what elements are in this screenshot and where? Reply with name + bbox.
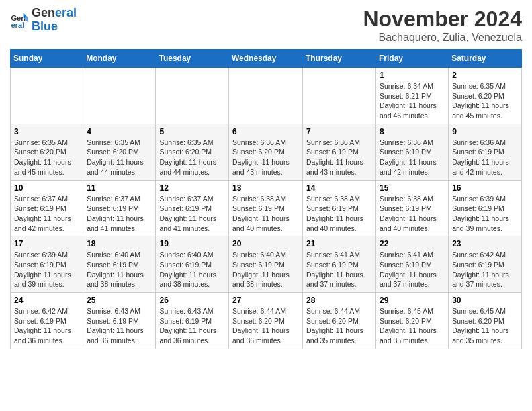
calendar-table: SundayMondayTuesdayWednesdayThursdayFrid… — [10, 49, 522, 349]
calendar-day-cell: 12Sunrise: 6:37 AM Sunset: 6:19 PM Dayli… — [156, 180, 229, 236]
day-info: Sunrise: 6:40 AM Sunset: 6:19 PM Dayligh… — [159, 250, 225, 289]
day-number: 11 — [87, 183, 152, 193]
day-info: Sunrise: 6:38 AM Sunset: 6:19 PM Dayligh… — [232, 194, 299, 234]
calendar-day-cell: 14Sunrise: 6:38 AM Sunset: 6:19 PM Dayli… — [303, 180, 376, 236]
calendar-day-cell: 29Sunrise: 6:45 AM Sunset: 6:20 PM Dayli… — [376, 293, 449, 349]
calendar-day-cell: 19Sunrise: 6:40 AM Sunset: 6:19 PM Dayli… — [156, 236, 229, 293]
day-number: 18 — [87, 239, 152, 248]
svg-text:eral: eral — [11, 21, 24, 29]
day-number: 27 — [232, 295, 299, 305]
day-info: Sunrise: 6:36 AM Sunset: 6:19 PM Dayligh… — [380, 138, 445, 177]
day-of-week-header: Wednesday — [229, 50, 303, 68]
day-number: 16 — [452, 183, 518, 193]
day-number: 21 — [306, 239, 372, 248]
day-info: Sunrise: 6:35 AM Sunset: 6:20 PM Dayligh… — [159, 138, 225, 177]
day-number: 6 — [232, 127, 299, 136]
calendar-day-cell: 16Sunrise: 6:39 AM Sunset: 6:19 PM Dayli… — [449, 180, 522, 236]
calendar-week-row: 3Sunrise: 6:35 AM Sunset: 6:20 PM Daylig… — [11, 124, 522, 180]
calendar-week-row: 1Sunrise: 6:34 AM Sunset: 6:21 PM Daylig… — [11, 68, 522, 124]
day-info: Sunrise: 6:36 AM Sunset: 6:19 PM Dayligh… — [306, 138, 372, 177]
svg-marker-2 — [24, 13, 28, 17]
calendar-day-cell — [229, 68, 303, 124]
day-info: Sunrise: 6:43 AM Sunset: 6:19 PM Dayligh… — [87, 306, 152, 346]
day-number: 17 — [14, 239, 79, 248]
day-info: Sunrise: 6:37 AM Sunset: 6:19 PM Dayligh… — [87, 194, 152, 234]
day-number: 23 — [452, 239, 518, 248]
day-info: Sunrise: 6:41 AM Sunset: 6:19 PM Dayligh… — [380, 250, 445, 289]
calendar-day-cell: 25Sunrise: 6:43 AM Sunset: 6:19 PM Dayli… — [83, 293, 156, 349]
day-number: 19 — [159, 239, 225, 248]
day-info: Sunrise: 6:40 AM Sunset: 6:19 PM Dayligh… — [232, 250, 299, 289]
day-of-week-header: Tuesday — [156, 50, 229, 68]
day-of-week-header: Monday — [83, 50, 156, 68]
calendar-day-cell: 24Sunrise: 6:42 AM Sunset: 6:19 PM Dayli… — [11, 293, 83, 349]
calendar-day-cell: 2Sunrise: 6:35 AM Sunset: 6:20 PM Daylig… — [449, 68, 522, 124]
subtitle: Bachaquero, Zulia, Venezuela — [363, 32, 522, 44]
day-number: 2 — [452, 71, 518, 80]
day-of-week-header: Friday — [376, 50, 449, 68]
calendar-day-cell: 11Sunrise: 6:37 AM Sunset: 6:19 PM Dayli… — [83, 180, 156, 236]
calendar-day-cell: 30Sunrise: 6:45 AM Sunset: 6:20 PM Dayli… — [449, 293, 522, 349]
day-number: 14 — [306, 183, 372, 193]
calendar-day-cell: 21Sunrise: 6:41 AM Sunset: 6:19 PM Dayli… — [303, 236, 376, 293]
calendar-day-cell: 20Sunrise: 6:40 AM Sunset: 6:19 PM Dayli… — [229, 236, 303, 293]
calendar-week-row: 10Sunrise: 6:37 AM Sunset: 6:19 PM Dayli… — [11, 180, 522, 236]
calendar-day-cell: 13Sunrise: 6:38 AM Sunset: 6:19 PM Dayli… — [229, 180, 303, 236]
day-info: Sunrise: 6:42 AM Sunset: 6:19 PM Dayligh… — [14, 306, 79, 346]
day-number: 9 — [452, 127, 518, 136]
day-info: Sunrise: 6:45 AM Sunset: 6:20 PM Dayligh… — [380, 306, 445, 346]
day-info: Sunrise: 6:44 AM Sunset: 6:20 PM Dayligh… — [306, 306, 372, 346]
day-info: Sunrise: 6:38 AM Sunset: 6:19 PM Dayligh… — [380, 194, 445, 234]
calendar-day-cell: 3Sunrise: 6:35 AM Sunset: 6:20 PM Daylig… — [11, 124, 83, 180]
logo-icon: Gen eral — [10, 11, 29, 30]
calendar-week-row: 17Sunrise: 6:39 AM Sunset: 6:19 PM Dayli… — [11, 236, 522, 293]
day-info: Sunrise: 6:35 AM Sunset: 6:20 PM Dayligh… — [87, 138, 152, 177]
title-block: November 2024 Bachaquero, Zulia, Venezue… — [363, 7, 522, 44]
logo: Gen eral General Blue — [10, 7, 77, 34]
day-number: 5 — [159, 127, 225, 136]
day-number: 15 — [380, 183, 445, 193]
day-number: 29 — [380, 295, 445, 305]
day-of-week-header: Thursday — [303, 50, 376, 68]
day-info: Sunrise: 6:34 AM Sunset: 6:21 PM Dayligh… — [380, 81, 445, 121]
day-info: Sunrise: 6:37 AM Sunset: 6:19 PM Dayligh… — [159, 194, 225, 234]
day-info: Sunrise: 6:41 AM Sunset: 6:19 PM Dayligh… — [306, 250, 372, 289]
day-number: 3 — [14, 127, 79, 136]
day-info: Sunrise: 6:39 AM Sunset: 6:19 PM Dayligh… — [452, 194, 518, 234]
day-of-week-header: Sunday — [11, 50, 83, 68]
day-number: 30 — [452, 295, 518, 305]
day-info: Sunrise: 6:43 AM Sunset: 6:19 PM Dayligh… — [159, 306, 225, 346]
day-info: Sunrise: 6:40 AM Sunset: 6:19 PM Dayligh… — [87, 250, 152, 289]
calendar-day-cell: 23Sunrise: 6:42 AM Sunset: 6:19 PM Dayli… — [449, 236, 522, 293]
day-number: 12 — [159, 183, 225, 193]
day-info: Sunrise: 6:38 AM Sunset: 6:19 PM Dayligh… — [306, 194, 372, 234]
calendar-day-cell: 27Sunrise: 6:44 AM Sunset: 6:20 PM Dayli… — [229, 293, 303, 349]
day-number: 22 — [380, 239, 445, 248]
calendar-day-cell: 10Sunrise: 6:37 AM Sunset: 6:19 PM Dayli… — [11, 180, 83, 236]
day-info: Sunrise: 6:42 AM Sunset: 6:19 PM Dayligh… — [452, 250, 518, 289]
day-info: Sunrise: 6:45 AM Sunset: 6:20 PM Dayligh… — [452, 306, 518, 346]
day-number: 13 — [232, 183, 299, 193]
day-info: Sunrise: 6:35 AM Sunset: 6:20 PM Dayligh… — [14, 138, 79, 177]
calendar-day-cell: 1Sunrise: 6:34 AM Sunset: 6:21 PM Daylig… — [376, 68, 449, 124]
calendar-day-cell — [11, 68, 83, 124]
day-number: 26 — [159, 295, 225, 305]
calendar-week-row: 24Sunrise: 6:42 AM Sunset: 6:19 PM Dayli… — [11, 293, 522, 349]
logo-text: General Blue — [32, 7, 77, 34]
day-number: 7 — [306, 127, 372, 136]
day-info: Sunrise: 6:44 AM Sunset: 6:20 PM Dayligh… — [232, 306, 299, 346]
day-number: 25 — [87, 295, 152, 305]
calendar-day-cell: 7Sunrise: 6:36 AM Sunset: 6:19 PM Daylig… — [303, 124, 376, 180]
calendar-header-row: SundayMondayTuesdayWednesdayThursdayFrid… — [11, 50, 522, 68]
day-info: Sunrise: 6:39 AM Sunset: 6:19 PM Dayligh… — [14, 250, 79, 289]
day-number: 4 — [87, 127, 152, 136]
page-header: Gen eral General Blue November 2024 Bach… — [10, 7, 522, 44]
calendar-day-cell: 5Sunrise: 6:35 AM Sunset: 6:20 PM Daylig… — [156, 124, 229, 180]
day-info: Sunrise: 6:36 AM Sunset: 6:20 PM Dayligh… — [232, 138, 299, 177]
calendar-day-cell: 4Sunrise: 6:35 AM Sunset: 6:20 PM Daylig… — [83, 124, 156, 180]
day-of-week-header: Saturday — [449, 50, 522, 68]
calendar-day-cell: 22Sunrise: 6:41 AM Sunset: 6:19 PM Dayli… — [376, 236, 449, 293]
calendar-day-cell — [83, 68, 156, 124]
day-number: 8 — [380, 127, 445, 136]
day-info: Sunrise: 6:35 AM Sunset: 6:20 PM Dayligh… — [452, 81, 518, 121]
